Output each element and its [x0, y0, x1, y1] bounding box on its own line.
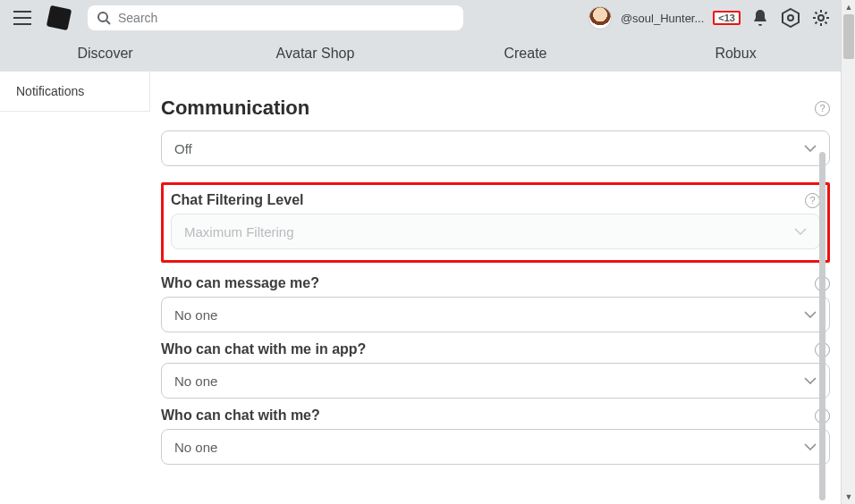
search-input[interactable]	[118, 11, 454, 25]
chevron-down-icon	[804, 311, 817, 318]
dropdown-value: No one	[174, 374, 217, 389]
svg-point-2	[788, 15, 793, 21]
setting-label: Who can message me?	[161, 275, 319, 291]
menu-button[interactable]	[9, 4, 36, 31]
top-right-cluster: @soul_Hunter... <13	[588, 6, 832, 29]
search-icon	[97, 11, 111, 25]
svg-point-3	[818, 15, 824, 21]
settings-gear-icon[interactable]	[810, 7, 832, 29]
dropdown-value: No one	[174, 440, 217, 455]
nav-discover[interactable]: Discover	[0, 46, 210, 62]
svg-point-0	[98, 13, 107, 21]
chevron-down-icon	[804, 145, 817, 152]
dropdown-value: Maximum Filtering	[184, 224, 294, 239]
chevron-down-icon	[804, 377, 817, 384]
username-label[interactable]: @soul_Hunter...	[621, 12, 704, 25]
nav-create[interactable]: Create	[420, 46, 631, 62]
scroll-up-arrow[interactable]: ▲	[842, 0, 855, 14]
chevron-down-icon	[794, 228, 807, 235]
age-badge: <13	[713, 11, 741, 25]
roblox-logo[interactable]	[47, 5, 72, 30]
dropdown-chat-filtering[interactable]: Maximum Filtering	[171, 214, 820, 249]
avatar[interactable]	[588, 6, 612, 29]
window-scrollbar[interactable]: ▲ ▼	[841, 0, 855, 504]
nav-avatar-shop[interactable]: Avatar Shop	[210, 46, 420, 62]
setting-label: Chat Filtering Level	[171, 192, 303, 208]
search-box[interactable]	[88, 5, 463, 30]
dropdown-who-chat-app[interactable]: No one	[161, 363, 830, 399]
settings-sidebar: Notifications	[0, 71, 150, 483]
dropdown-who-chat[interactable]: No one	[161, 429, 830, 465]
svg-marker-1	[783, 9, 799, 27]
sidebar-item-notifications[interactable]: Notifications	[0, 71, 150, 112]
primary-nav: Discover Avatar Shop Create Robux	[0, 36, 841, 71]
sidebar-item-label: Notifications	[16, 84, 84, 98]
notifications-icon[interactable]	[749, 7, 771, 29]
highlight-chat-filtering: Chat Filtering Level ? Maximum Filtering	[161, 182, 830, 263]
setting-label: Who can chat with me in app?	[161, 341, 366, 357]
help-icon[interactable]: ?	[805, 193, 820, 208]
robux-icon[interactable]	[780, 7, 801, 29]
dropdown-value: Off	[174, 141, 192, 156]
dropdown-communication[interactable]: Off	[161, 130, 830, 166]
content-scrollbar[interactable]	[819, 152, 825, 500]
chevron-down-icon	[804, 443, 817, 450]
top-bar: @soul_Hunter... <13	[0, 0, 841, 36]
scroll-down-arrow[interactable]: ▼	[842, 490, 855, 504]
dropdown-value: No one	[174, 307, 217, 323]
nav-robux[interactable]: Robux	[631, 46, 841, 62]
dropdown-who-message[interactable]: No one	[161, 297, 830, 332]
help-icon[interactable]: ?	[815, 101, 830, 116]
settings-main: Communication ? Off Chat Filtering Level…	[150, 71, 841, 483]
setting-label: Who can chat with me?	[161, 407, 320, 424]
section-title: Communication	[161, 97, 309, 120]
scrollbar-thumb[interactable]	[843, 14, 854, 59]
